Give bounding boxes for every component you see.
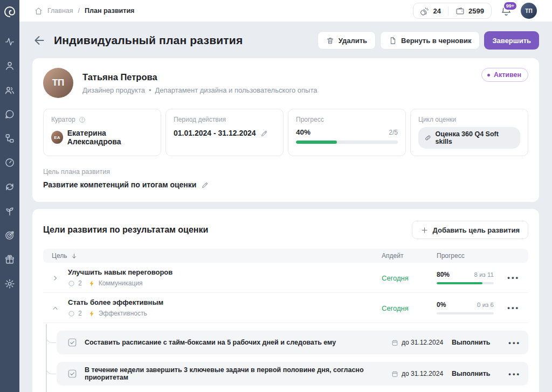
complete-task-button[interactable]: Выполнить: [452, 370, 501, 377]
progress-bar-fill: [296, 141, 337, 144]
finish-button[interactable]: Завершить: [484, 31, 539, 50]
subtask-menu-icon[interactable]: •••: [508, 339, 521, 346]
document-icon: [389, 37, 397, 45]
period-value: 01.01.2024 - 31.12.2024: [174, 129, 256, 137]
employee-department: Департамент дизайна и пользовательского …: [155, 86, 318, 94]
subtask-list: Составить расписание с тайм-боксами на 5…: [57, 331, 528, 392]
claps-counter[interactable]: 24: [413, 6, 448, 16]
subtask-due-date: до 31.12.2024: [402, 339, 443, 346]
plan-goal-label: Цель плана развития: [43, 168, 528, 176]
goal-title[interactable]: Улучшить навык переговоров: [68, 268, 172, 276]
row-menu-icon[interactable]: •••: [507, 274, 520, 281]
goal-title[interactable]: Стать более эффективным: [68, 298, 163, 306]
curator-name: Екатерина Александрова: [67, 129, 153, 146]
column-update: Апдейт: [382, 252, 437, 260]
subtask-row: В течение недели завершить 3 ключевые за…: [57, 362, 528, 386]
period-label: Период действия: [174, 116, 226, 123]
subtask-text: Составить расписание с тайм-боксами на 5…: [85, 339, 391, 346]
employee-name: Татьяна Петрова: [82, 72, 317, 82]
chevron-right-icon[interactable]: [52, 274, 59, 281]
complete-task-button[interactable]: Выполнить: [452, 339, 501, 346]
goal-progress-bar: [437, 312, 494, 314]
chat-icon[interactable]: [4, 109, 15, 120]
home-icon[interactable]: [34, 7, 43, 15]
team-icon[interactable]: [4, 85, 15, 95]
goal-progress-bar-fill: [437, 282, 482, 284]
org-structure-icon[interactable]: [4, 133, 15, 144]
subtask-checkbox[interactable]: [67, 338, 77, 347]
chevron-up-icon[interactable]: [52, 304, 59, 311]
back-button[interactable]: [32, 33, 46, 47]
topbar: Главная / План развития 24 2599 99+ ТП: [19, 0, 552, 22]
goal-progress-percent: 80%: [437, 271, 450, 278]
content-area: Индивидуальный план развития Удалить Вер…: [19, 22, 552, 392]
delete-button-label: Удалить: [339, 37, 367, 45]
period-box: Период действия 01.01.2024 - 31.12.2024: [165, 109, 284, 156]
edit-period-icon[interactable]: [260, 129, 268, 137]
sort-descending-icon[interactable]: [71, 253, 78, 260]
curator-label: Куратор: [51, 116, 75, 123]
gift-icon[interactable]: [4, 254, 15, 265]
goals-card: Цели развития по результатам оценки Доба…: [32, 209, 539, 392]
goal-update: Сегодня: [382, 274, 409, 282]
add-goal-button[interactable]: Добавить цель развития: [412, 221, 528, 239]
help-icon[interactable]: [79, 116, 86, 123]
goal-progress-bar: [437, 282, 494, 284]
subtask-checkbox[interactable]: [67, 369, 77, 379]
column-goal: Цель: [52, 252, 67, 260]
clap-icon: [420, 6, 430, 16]
dot-separator: •: [149, 86, 151, 94]
notifications-badge: 99+: [503, 1, 518, 11]
notifications-button[interactable]: 99+: [500, 5, 512, 17]
return-to-draft-label: Вернуть в черновик: [401, 37, 471, 45]
activity-icon[interactable]: [4, 36, 15, 47]
goal-update: Сегодня: [382, 304, 409, 312]
goal-competency: Эффективность: [99, 310, 147, 317]
goal-row: Улучшить навык переговоров 2 Коммуникаци…: [43, 263, 528, 293]
target-icon[interactable]: [4, 230, 15, 241]
return-to-draft-button[interactable]: Вернуть в черновик: [380, 31, 480, 50]
subtask-text: В течение недели завершить 3 ключевые за…: [85, 366, 391, 381]
growth-icon[interactable]: [4, 206, 15, 216]
subtask-row: Составить расписание с тайм-боксами на 5…: [57, 331, 528, 354]
wallet-icon: [456, 6, 465, 16]
progress-count: 2/5: [389, 129, 398, 136]
link-icon: [424, 134, 431, 142]
cycle-box: Цикл оценки Оценка 360 Q4 Soft skills: [410, 109, 528, 156]
edit-goal-icon[interactable]: [201, 181, 209, 189]
cycle-chip[interactable]: Оценка 360 Q4 Soft skills: [418, 127, 520, 149]
cycle-label: Цикл оценки: [418, 116, 456, 123]
tasks-count-icon: [68, 280, 75, 287]
cycle-value: Оценка 360 Q4 Soft skills: [435, 130, 514, 145]
curator-avatar: ЕА: [51, 131, 63, 144]
app-logo-icon[interactable]: [3, 5, 16, 18]
progress-label: Прогресс: [296, 116, 324, 123]
tasks-count-icon: [68, 310, 75, 317]
breadcrumb-home[interactable]: Главная: [47, 7, 73, 15]
rewards-pill: 24 2599: [413, 3, 492, 19]
progress-percent: 40%: [296, 128, 310, 136]
goal-competency: Коммуникация: [99, 279, 143, 287]
coins-count: 2599: [468, 7, 484, 15]
goal-tasks-count: 2: [78, 279, 82, 287]
subtask-due-date: до 31.12.2024: [402, 370, 443, 377]
sync-icon[interactable]: [4, 181, 15, 192]
row-menu-icon[interactable]: •••: [507, 304, 520, 311]
column-progress: Прогресс: [437, 252, 494, 260]
lightning-icon: [88, 280, 95, 287]
lightning-icon: [88, 310, 95, 317]
curator-box: Куратор ЕА Екатерина Александрова: [43, 109, 161, 156]
gauge-icon[interactable]: [4, 157, 15, 168]
plus-icon: [420, 226, 429, 234]
subtask-menu-icon[interactable]: •••: [508, 370, 521, 377]
breadcrumb-separator: /: [78, 7, 80, 15]
delete-button[interactable]: Удалить: [318, 31, 376, 50]
profile-icon[interactable]: [4, 60, 15, 71]
settings-icon[interactable]: [4, 278, 15, 289]
employee-position: Дизайнер продукта: [82, 86, 145, 94]
employee-avatar-initials: ТП: [52, 78, 65, 88]
coins-counter[interactable]: 2599: [448, 6, 491, 16]
status-dot-icon: [487, 74, 490, 76]
breadcrumb-current: План развития: [85, 7, 134, 15]
user-avatar[interactable]: ТП: [521, 3, 537, 19]
